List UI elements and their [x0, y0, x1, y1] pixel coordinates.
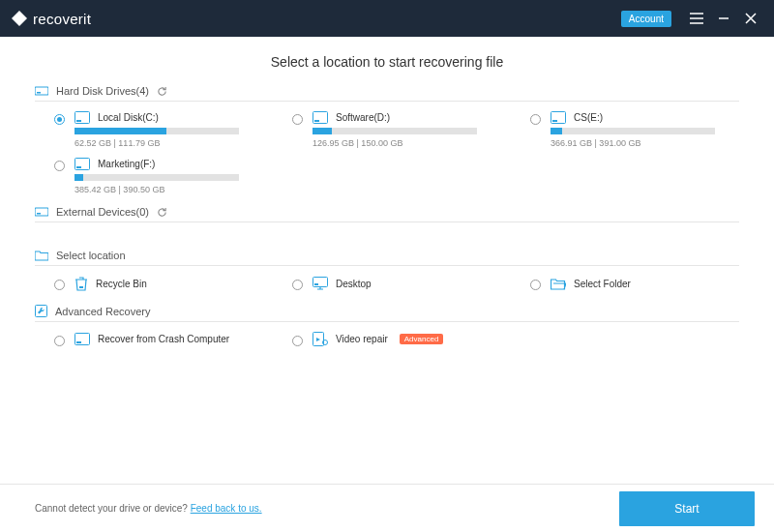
folder-open-icon	[551, 278, 566, 290]
section-header-drives: Hard Disk Drives(4)	[35, 85, 739, 97]
location-name: Desktop	[336, 279, 372, 289]
svg-rect-12	[79, 286, 83, 288]
usage-bar	[551, 128, 715, 134]
advanced-name: Recover from Crash Computer	[98, 334, 229, 344]
radio-desktop[interactable]	[292, 280, 303, 290]
drive-size: 385.42 GB | 390.50 GB	[74, 185, 263, 194]
footer-prompt-text: Cannot detect your drive or device?	[35, 503, 191, 514]
app-name: recoverit	[33, 11, 91, 27]
svg-rect-5	[314, 120, 319, 122]
disk-icon	[313, 111, 328, 124]
page-title: Select a location to start recovering fi…	[35, 54, 739, 70]
drive-item-e[interactable]: CS(E:) 366.91 GB | 391.00 GB	[530, 111, 739, 148]
drive-name: Software(D:)	[336, 112, 390, 123]
location-name: Select Folder	[574, 279, 631, 289]
drive-name: CS(E:)	[574, 112, 603, 123]
drive-name: Local Disk(C:)	[98, 112, 159, 123]
wrench-icon	[35, 305, 47, 317]
drive-icon	[35, 85, 48, 97]
advanced-grid: Recover from Crash Computer Video repair…	[35, 332, 739, 346]
titlebar: recoverit Account	[0, 0, 774, 37]
drive-item-c[interactable]: Local Disk(C:) 62.52 GB | 111.79 GB	[54, 111, 263, 148]
recycle-bin-icon	[74, 276, 88, 291]
svg-rect-1	[37, 92, 41, 94]
disk-icon	[551, 111, 566, 124]
section-header-external: External Devices(0)	[35, 206, 739, 218]
radio-drive-d[interactable]	[292, 114, 303, 125]
close-icon[interactable]	[739, 7, 762, 30]
folder-icon	[35, 250, 48, 261]
video-repair-icon	[313, 332, 328, 346]
svg-rect-11	[37, 213, 41, 215]
radio-video-repair[interactable]	[292, 336, 303, 346]
section-header-advanced: Advanced Recovery	[35, 305, 739, 317]
svg-rect-3	[76, 120, 81, 122]
location-name: Recycle Bin	[96, 279, 147, 289]
drive-item-d[interactable]: Software(D:) 126.95 GB | 150.00 GB	[292, 111, 501, 148]
location-select-folder[interactable]: Select Folder	[530, 276, 739, 291]
svg-rect-7	[552, 120, 557, 122]
section-label: Select location	[56, 250, 126, 261]
refresh-icon[interactable]	[157, 86, 167, 97]
usage-bar	[74, 128, 239, 134]
drive-item-f[interactable]: Marketing(F:) 385.42 GB | 390.50 GB	[54, 158, 263, 194]
disk-icon	[74, 158, 90, 170]
menu-icon[interactable]	[685, 7, 708, 30]
feedback-link[interactable]: Feed back to us.	[191, 503, 262, 514]
radio-drive-c[interactable]	[54, 114, 65, 125]
footer: Cannot detect your drive or device? Feed…	[0, 484, 774, 532]
account-button[interactable]: Account	[621, 11, 671, 27]
section-label: Hard Disk Drives(4)	[56, 85, 149, 97]
app-logo: recoverit	[12, 11, 91, 27]
drive-size: 366.91 GB | 391.00 GB	[551, 138, 739, 148]
drive-name: Marketing(F:)	[98, 159, 155, 169]
svg-rect-14	[314, 283, 318, 285]
main-content: Select a location to start recovering fi…	[0, 37, 774, 484]
app-window: recoverit Account Select a location to s…	[0, 0, 774, 532]
drive-size: 126.95 GB | 150.00 GB	[313, 138, 501, 148]
divider	[35, 101, 739, 102]
divider	[35, 222, 739, 222]
divider	[35, 265, 739, 266]
usage-bar	[74, 174, 239, 181]
advanced-badge: Advanced	[400, 334, 444, 344]
location-grid: Recycle Bin Desktop Select Folder	[35, 276, 739, 291]
section-header-location: Select location	[35, 250, 739, 261]
advanced-video-repair[interactable]: Video repair Advanced	[292, 332, 501, 346]
section-label: External Devices(0)	[56, 206, 149, 218]
logo-icon	[12, 11, 27, 26]
disk-icon	[74, 333, 90, 345]
refresh-icon[interactable]	[157, 207, 167, 218]
start-button[interactable]: Start	[619, 491, 755, 526]
minimize-icon[interactable]	[712, 7, 735, 30]
drive-size: 62.52 GB | 111.79 GB	[74, 138, 263, 148]
advanced-crash-recovery[interactable]: Recover from Crash Computer	[54, 332, 263, 346]
svg-rect-17	[76, 341, 81, 343]
usage-bar	[313, 128, 477, 134]
location-recycle-bin[interactable]: Recycle Bin	[54, 276, 263, 291]
svg-rect-10	[35, 208, 48, 216]
disk-icon	[74, 111, 90, 124]
svg-rect-9	[76, 166, 81, 168]
desktop-icon	[313, 277, 328, 290]
section-label: Advanced Recovery	[55, 306, 150, 317]
drive-icon	[35, 206, 48, 218]
svg-rect-0	[35, 87, 48, 95]
advanced-name: Video repair	[336, 334, 388, 344]
drive-grid: Local Disk(C:) 62.52 GB | 111.79 GB Soft…	[35, 111, 739, 194]
radio-select-folder[interactable]	[530, 280, 541, 290]
divider	[35, 321, 739, 322]
location-desktop[interactable]: Desktop	[292, 276, 501, 291]
radio-crash-recovery[interactable]	[54, 336, 65, 346]
radio-drive-f[interactable]	[54, 161, 65, 171]
footer-prompt: Cannot detect your drive or device? Feed…	[35, 503, 262, 514]
radio-recycle-bin[interactable]	[54, 280, 65, 290]
radio-drive-e[interactable]	[530, 114, 541, 125]
